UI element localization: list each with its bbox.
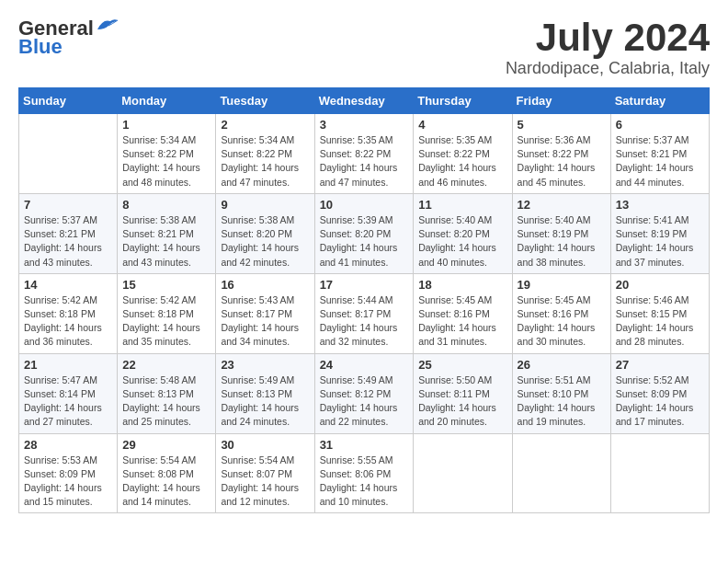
calendar-cell: 18Sunrise: 5:45 AM Sunset: 8:16 PM Dayli… bbox=[414, 273, 512, 353]
day-info: Sunrise: 5:34 AM Sunset: 8:22 PM Dayligh… bbox=[122, 133, 210, 190]
day-info: Sunrise: 5:51 AM Sunset: 8:10 PM Dayligh… bbox=[518, 373, 606, 430]
day-number: 7 bbox=[24, 198, 112, 212]
day-info: Sunrise: 5:54 AM Sunset: 8:08 PM Dayligh… bbox=[122, 454, 210, 510]
calendar-cell: 14Sunrise: 5:42 AM Sunset: 8:18 PM Dayli… bbox=[19, 273, 118, 353]
month-title: July 2024 bbox=[506, 18, 710, 57]
col-header-thursday: Thursday bbox=[414, 88, 512, 114]
calendar-cell: 30Sunrise: 5:54 AM Sunset: 8:07 PM Dayli… bbox=[216, 433, 314, 513]
calendar-cell: 17Sunrise: 5:44 AM Sunset: 8:17 PM Dayli… bbox=[314, 273, 414, 353]
day-info: Sunrise: 5:37 AM Sunset: 8:21 PM Dayligh… bbox=[24, 213, 112, 270]
calendar-cell: 12Sunrise: 5:40 AM Sunset: 8:19 PM Dayli… bbox=[512, 193, 610, 273]
day-number: 17 bbox=[320, 278, 409, 292]
calendar-cell: 20Sunrise: 5:46 AM Sunset: 8:15 PM Dayli… bbox=[610, 273, 709, 353]
day-info: Sunrise: 5:42 AM Sunset: 8:18 PM Dayligh… bbox=[122, 293, 210, 350]
calendar-cell: 23Sunrise: 5:49 AM Sunset: 8:13 PM Dayli… bbox=[216, 353, 314, 433]
calendar-cell: 8Sunrise: 5:38 AM Sunset: 8:21 PM Daylig… bbox=[118, 193, 216, 273]
calendar-cell bbox=[512, 433, 610, 513]
day-number: 22 bbox=[122, 358, 210, 372]
title-section: July 2024 Nardodipace, Calabria, Italy bbox=[506, 18, 710, 78]
day-number: 20 bbox=[616, 278, 704, 292]
day-info: Sunrise: 5:49 AM Sunset: 8:12 PM Dayligh… bbox=[320, 373, 409, 430]
day-number: 4 bbox=[418, 118, 506, 132]
day-number: 6 bbox=[616, 118, 704, 132]
day-info: Sunrise: 5:42 AM Sunset: 8:18 PM Dayligh… bbox=[24, 293, 112, 350]
calendar-cell: 24Sunrise: 5:49 AM Sunset: 8:12 PM Dayli… bbox=[314, 353, 414, 433]
day-info: Sunrise: 5:54 AM Sunset: 8:07 PM Dayligh… bbox=[221, 454, 309, 510]
col-header-wednesday: Wednesday bbox=[314, 88, 414, 114]
col-header-monday: Monday bbox=[118, 88, 216, 114]
calendar-cell: 10Sunrise: 5:39 AM Sunset: 8:20 PM Dayli… bbox=[314, 193, 414, 273]
day-info: Sunrise: 5:35 AM Sunset: 8:22 PM Dayligh… bbox=[320, 133, 409, 190]
day-info: Sunrise: 5:41 AM Sunset: 8:19 PM Dayligh… bbox=[616, 213, 704, 270]
day-number: 5 bbox=[518, 118, 606, 132]
calendar-cell: 5Sunrise: 5:36 AM Sunset: 8:22 PM Daylig… bbox=[512, 114, 610, 194]
day-number: 29 bbox=[122, 438, 210, 452]
calendar-cell: 9Sunrise: 5:38 AM Sunset: 8:20 PM Daylig… bbox=[216, 193, 314, 273]
day-info: Sunrise: 5:45 AM Sunset: 8:16 PM Dayligh… bbox=[518, 293, 606, 350]
day-info: Sunrise: 5:35 AM Sunset: 8:22 PM Dayligh… bbox=[418, 133, 506, 190]
day-info: Sunrise: 5:38 AM Sunset: 8:20 PM Dayligh… bbox=[221, 213, 309, 270]
day-number: 18 bbox=[418, 278, 506, 292]
day-number: 25 bbox=[418, 358, 506, 372]
day-number: 28 bbox=[24, 438, 112, 452]
day-info: Sunrise: 5:43 AM Sunset: 8:17 PM Dayligh… bbox=[221, 293, 309, 350]
col-header-friday: Friday bbox=[512, 88, 610, 114]
day-info: Sunrise: 5:37 AM Sunset: 8:21 PM Dayligh… bbox=[616, 133, 704, 190]
day-number: 16 bbox=[221, 278, 309, 292]
day-info: Sunrise: 5:53 AM Sunset: 8:09 PM Dayligh… bbox=[24, 454, 112, 510]
calendar-table: SundayMondayTuesdayWednesdayThursdayFrid… bbox=[18, 87, 710, 513]
calendar-cell: 25Sunrise: 5:50 AM Sunset: 8:11 PM Dayli… bbox=[414, 353, 512, 433]
calendar-header-row: SundayMondayTuesdayWednesdayThursdayFrid… bbox=[19, 88, 710, 114]
calendar-cell: 21Sunrise: 5:47 AM Sunset: 8:14 PM Dayli… bbox=[19, 353, 118, 433]
calendar-cell: 16Sunrise: 5:43 AM Sunset: 8:17 PM Dayli… bbox=[216, 273, 314, 353]
calendar-cell: 3Sunrise: 5:35 AM Sunset: 8:22 PM Daylig… bbox=[314, 114, 414, 194]
calendar-cell: 6Sunrise: 5:37 AM Sunset: 8:21 PM Daylig… bbox=[610, 114, 709, 194]
day-info: Sunrise: 5:48 AM Sunset: 8:13 PM Dayligh… bbox=[122, 373, 210, 430]
day-info: Sunrise: 5:39 AM Sunset: 8:20 PM Dayligh… bbox=[320, 213, 409, 270]
calendar-cell: 19Sunrise: 5:45 AM Sunset: 8:16 PM Dayli… bbox=[512, 273, 610, 353]
day-info: Sunrise: 5:40 AM Sunset: 8:20 PM Dayligh… bbox=[418, 213, 506, 270]
day-number: 26 bbox=[518, 358, 606, 372]
day-number: 12 bbox=[518, 198, 606, 212]
calendar-cell: 29Sunrise: 5:54 AM Sunset: 8:08 PM Dayli… bbox=[118, 433, 216, 513]
logo-bird-icon bbox=[96, 17, 119, 33]
day-info: Sunrise: 5:46 AM Sunset: 8:15 PM Dayligh… bbox=[616, 293, 704, 350]
logo-blue: Blue bbox=[18, 37, 63, 57]
day-number: 3 bbox=[320, 118, 409, 132]
page-header: General Blue July 2024 Nardodipace, Cala… bbox=[18, 18, 710, 78]
calendar-cell: 13Sunrise: 5:41 AM Sunset: 8:19 PM Dayli… bbox=[610, 193, 709, 273]
calendar-cell: 11Sunrise: 5:40 AM Sunset: 8:20 PM Dayli… bbox=[414, 193, 512, 273]
day-number: 8 bbox=[122, 198, 210, 212]
day-number: 15 bbox=[122, 278, 210, 292]
col-header-sunday: Sunday bbox=[19, 88, 118, 114]
day-number: 11 bbox=[418, 198, 506, 212]
day-info: Sunrise: 5:40 AM Sunset: 8:19 PM Dayligh… bbox=[518, 213, 606, 270]
day-number: 2 bbox=[221, 118, 309, 132]
calendar-cell: 1Sunrise: 5:34 AM Sunset: 8:22 PM Daylig… bbox=[118, 114, 216, 194]
location-title: Nardodipace, Calabria, Italy bbox=[506, 59, 710, 78]
day-number: 19 bbox=[518, 278, 606, 292]
calendar-cell: 26Sunrise: 5:51 AM Sunset: 8:10 PM Dayli… bbox=[512, 353, 610, 433]
day-info: Sunrise: 5:45 AM Sunset: 8:16 PM Dayligh… bbox=[418, 293, 506, 350]
day-number: 9 bbox=[221, 198, 309, 212]
day-number: 10 bbox=[320, 198, 409, 212]
day-number: 30 bbox=[221, 438, 309, 452]
day-info: Sunrise: 5:36 AM Sunset: 8:22 PM Dayligh… bbox=[518, 133, 606, 190]
calendar-cell: 28Sunrise: 5:53 AM Sunset: 8:09 PM Dayli… bbox=[19, 433, 118, 513]
calendar-week-row: 28Sunrise: 5:53 AM Sunset: 8:09 PM Dayli… bbox=[19, 433, 710, 513]
calendar-cell: 27Sunrise: 5:52 AM Sunset: 8:09 PM Dayli… bbox=[610, 353, 709, 433]
day-number: 21 bbox=[24, 358, 112, 372]
day-number: 1 bbox=[122, 118, 210, 132]
day-number: 24 bbox=[320, 358, 409, 372]
day-number: 23 bbox=[221, 358, 309, 372]
day-info: Sunrise: 5:52 AM Sunset: 8:09 PM Dayligh… bbox=[616, 373, 704, 430]
day-number: 14 bbox=[24, 278, 112, 292]
calendar-cell bbox=[610, 433, 709, 513]
day-info: Sunrise: 5:55 AM Sunset: 8:06 PM Dayligh… bbox=[320, 454, 409, 510]
day-number: 13 bbox=[616, 198, 704, 212]
day-info: Sunrise: 5:34 AM Sunset: 8:22 PM Dayligh… bbox=[221, 133, 309, 190]
logo: General Blue bbox=[18, 18, 119, 57]
day-info: Sunrise: 5:49 AM Sunset: 8:13 PM Dayligh… bbox=[221, 373, 309, 430]
calendar-cell: 7Sunrise: 5:37 AM Sunset: 8:21 PM Daylig… bbox=[19, 193, 118, 273]
calendar-cell: 2Sunrise: 5:34 AM Sunset: 8:22 PM Daylig… bbox=[216, 114, 314, 194]
